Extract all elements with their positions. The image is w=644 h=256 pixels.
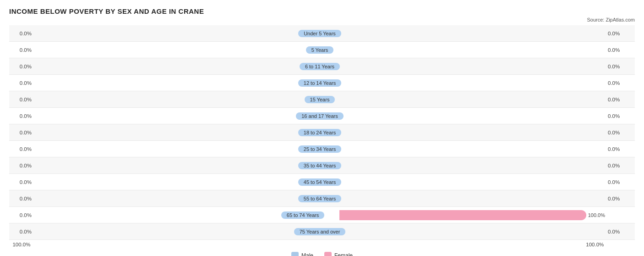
right-bar-container bbox=[356, 144, 605, 154]
left-value: 0.0% bbox=[9, 229, 34, 234]
bar-row: 0.0% 18 to 24 Years 0.0% bbox=[9, 124, 635, 141]
bar-row: 0.0% 45 to 54 Years 0.0% bbox=[9, 174, 635, 190]
legend-female: Female bbox=[324, 252, 353, 256]
right-bar-value: 100.0% bbox=[586, 212, 605, 218]
bar-label: 25 to 34 Years bbox=[298, 145, 341, 153]
right-bar-container bbox=[356, 194, 605, 204]
bar-label: 75 Years and over bbox=[294, 228, 346, 235]
label-box: 55 to 64 Years bbox=[283, 195, 356, 202]
legend-female-label: Female bbox=[334, 252, 353, 256]
bottom-labels-row: 100.0% 100.0% bbox=[9, 242, 635, 247]
bottom-right-label: 100.0% bbox=[355, 242, 606, 247]
right-bar-container bbox=[356, 111, 605, 121]
left-bar-container bbox=[34, 194, 283, 204]
left-value: 0.0% bbox=[9, 113, 34, 119]
left-value: 0.0% bbox=[9, 212, 34, 218]
label-box: 75 Years and over bbox=[283, 228, 356, 235]
left-bar-container bbox=[34, 111, 283, 121]
left-bar-container bbox=[34, 28, 283, 39]
bar-row: 0.0% 6 to 11 Years 0.0% bbox=[9, 58, 635, 75]
bar-label: 15 Years bbox=[305, 96, 335, 103]
legend-female-box bbox=[324, 252, 332, 256]
bar-row: 0.0% 55 to 64 Years 0.0% bbox=[9, 190, 635, 207]
left-value: 0.0% bbox=[9, 80, 34, 86]
left-bar-container bbox=[34, 128, 283, 138]
right-bar-container bbox=[356, 95, 605, 105]
right-value: 0.0% bbox=[605, 146, 635, 152]
left-value: 0.0% bbox=[9, 163, 34, 168]
label-box: 6 to 11 Years bbox=[283, 63, 356, 70]
label-box: 5 Years bbox=[283, 46, 356, 54]
right-value: 0.0% bbox=[605, 80, 635, 86]
left-bar-container bbox=[34, 95, 283, 105]
chart-title: INCOME BELOW POVERTY BY SEX AND AGE IN C… bbox=[9, 7, 635, 15]
right-bar-container bbox=[356, 227, 605, 237]
left-bar-container bbox=[34, 78, 283, 88]
bar-label: 5 Years bbox=[306, 46, 334, 54]
right-value: 0.0% bbox=[605, 229, 635, 234]
left-bar-container bbox=[34, 61, 283, 72]
label-box: Under 5 Years bbox=[283, 30, 356, 37]
bar-row: 0.0% 12 to 14 Years 0.0% bbox=[9, 75, 635, 91]
left-value: 0.0% bbox=[9, 179, 34, 185]
bottom-left-label: 100.0% bbox=[9, 242, 33, 247]
label-box: 15 Years bbox=[283, 96, 356, 103]
bar-row: 0.0% 65 to 74 Years 100.0% bbox=[9, 207, 635, 223]
bar-label: 45 to 54 Years bbox=[298, 178, 341, 186]
right-bar-container bbox=[356, 28, 605, 39]
right-value: 0.0% bbox=[605, 97, 635, 102]
right-value: 0.0% bbox=[605, 31, 635, 36]
right-bar-container bbox=[356, 128, 605, 138]
left-bar-container bbox=[34, 161, 283, 171]
bar-label: Under 5 Years bbox=[298, 30, 341, 37]
left-bar-container bbox=[34, 227, 283, 237]
label-box: 35 to 44 Years bbox=[283, 162, 356, 169]
bar-row: 0.0% 16 and 17 Years 0.0% bbox=[9, 108, 635, 124]
right-value: 0.0% bbox=[605, 130, 635, 135]
source-label: Source: ZipAtlas.com bbox=[9, 17, 635, 22]
bar-row: 0.0% Under 5 Years 0.0% bbox=[9, 25, 635, 42]
bar-label: 6 to 11 Years bbox=[300, 63, 340, 70]
right-bar-container bbox=[356, 78, 605, 88]
left-value: 0.0% bbox=[9, 196, 34, 201]
bar-row: 0.0% 75 Years and over 0.0% bbox=[9, 223, 635, 240]
right-bar bbox=[339, 210, 586, 220]
left-value: 0.0% bbox=[9, 146, 34, 152]
right-value: 0.0% bbox=[605, 179, 635, 185]
bar-label: 35 to 44 Years bbox=[298, 162, 341, 169]
bar-label: 18 to 24 Years bbox=[298, 129, 341, 136]
legend-male-label: Male bbox=[301, 252, 313, 256]
label-box: 16 and 17 Years bbox=[283, 112, 356, 120]
bar-row: 0.0% 5 Years 0.0% bbox=[9, 42, 635, 58]
legend: Male Female bbox=[9, 252, 635, 256]
bar-row: 0.0% 25 to 34 Years 0.0% bbox=[9, 141, 635, 157]
chart-area: 0.0% Under 5 Years 0.0% 0.0% 5 Years bbox=[9, 25, 635, 247]
right-value: 0.0% bbox=[605, 47, 635, 53]
right-value: 0.0% bbox=[605, 196, 635, 201]
bar-row: 0.0% 35 to 44 Years 0.0% bbox=[9, 157, 635, 174]
label-box: 12 to 14 Years bbox=[283, 79, 356, 87]
right-value: 0.0% bbox=[605, 113, 635, 119]
right-bar-container bbox=[356, 161, 605, 171]
right-value: 0.0% bbox=[605, 64, 635, 69]
left-value: 0.0% bbox=[9, 47, 34, 53]
right-bar-container bbox=[356, 177, 605, 187]
left-bar-container bbox=[34, 177, 283, 187]
bar-label: 16 and 17 Years bbox=[296, 112, 344, 120]
legend-male-box bbox=[291, 252, 299, 256]
left-bar-container bbox=[34, 210, 266, 220]
bar-label: 55 to 64 Years bbox=[298, 195, 341, 202]
left-value: 0.0% bbox=[9, 31, 34, 36]
left-value: 0.0% bbox=[9, 97, 34, 102]
label-box: 18 to 24 Years bbox=[283, 129, 356, 136]
left-value: 0.0% bbox=[9, 64, 34, 69]
left-value: 0.0% bbox=[9, 130, 34, 135]
left-bar-container bbox=[34, 45, 283, 55]
right-bar-container bbox=[356, 45, 605, 55]
bar-row: 0.0% 15 Years 0.0% bbox=[9, 91, 635, 108]
bar-label: 65 to 74 Years bbox=[281, 211, 324, 219]
left-bar-container bbox=[34, 144, 283, 154]
legend-male: Male bbox=[291, 252, 313, 256]
right-bar-container: 100.0% bbox=[339, 210, 605, 220]
label-box: 25 to 34 Years bbox=[283, 145, 356, 153]
